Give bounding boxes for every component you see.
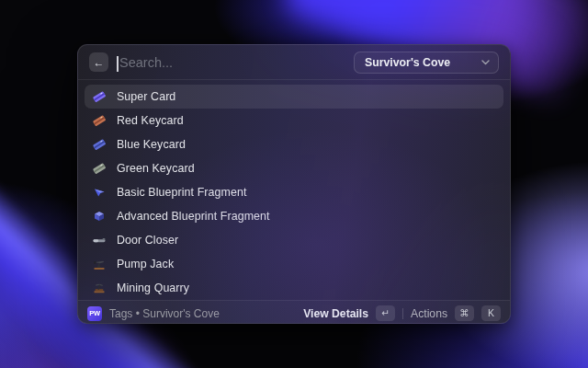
- chevron-down-icon: [481, 60, 490, 65]
- k-key-icon: K: [481, 305, 501, 321]
- text-caret: [117, 56, 119, 72]
- list-item-label: Red Keycard: [117, 114, 184, 127]
- search-bar: ← Survivor's Cove: [78, 45, 510, 80]
- advanced-blueprint-fragment-icon: [92, 209, 107, 224]
- actions-button[interactable]: Actions: [411, 307, 447, 320]
- list-item[interactable]: Mining Quarry: [85, 276, 503, 300]
- list-item-label: Advanced Blueprint Fragment: [117, 210, 270, 223]
- footer-status: Tags • Survivor's Cove: [109, 307, 296, 320]
- list-item[interactable]: Basic Blueprint Fragment: [85, 180, 503, 204]
- list-item[interactable]: Green Keycard: [85, 156, 503, 180]
- door-closer-icon: [92, 233, 107, 247]
- red-keycard-icon: [92, 113, 107, 128]
- list-item-label: Pump Jack: [117, 258, 174, 270]
- list-item[interactable]: Super Card: [85, 85, 503, 109]
- result-list: Super Card Red Keycard Blue Keycard: [78, 80, 510, 300]
- pump-jack-icon: [92, 257, 107, 271]
- footer: PW Tags • Survivor's Cove View Details ↵…: [78, 300, 510, 324]
- enter-key-icon: ↵: [376, 305, 395, 321]
- collection-dropdown[interactable]: Survivor's Cove: [354, 52, 499, 74]
- view-details-button[interactable]: View Details: [303, 307, 368, 320]
- list-item-label: Blue Keycard: [117, 138, 186, 151]
- search-input[interactable]: [117, 55, 345, 70]
- list-item[interactable]: Red Keycard: [85, 109, 503, 132]
- collection-dropdown-value: Survivor's Cove: [365, 56, 469, 69]
- super-card-icon: [92, 89, 107, 104]
- palworld-app-icon: PW: [87, 306, 102, 321]
- green-keycard-icon: [92, 161, 107, 176]
- back-button[interactable]: ←: [89, 52, 108, 72]
- list-item[interactable]: Advanced Blueprint Fragment: [85, 204, 503, 228]
- footer-divider: [402, 308, 403, 319]
- footer-actions: View Details ↵ Actions ⌘ K: [303, 305, 501, 321]
- list-item[interactable]: Pump Jack: [85, 252, 503, 276]
- list-item-label: Green Keycard: [117, 162, 195, 175]
- list-item-label: Door Closer: [117, 234, 178, 247]
- list-item-label: Super Card: [117, 90, 175, 103]
- list-item-label: Basic Blueprint Fragment: [117, 186, 247, 199]
- blue-keycard-icon: [92, 137, 107, 152]
- back-arrow-icon: ←: [94, 57, 105, 68]
- list-item[interactable]: Blue Keycard: [85, 132, 503, 156]
- search-field-wrap: [117, 55, 345, 70]
- command-key-icon: ⌘: [455, 305, 474, 321]
- launcher-window: ← Survivor's Cove Super Card: [77, 44, 511, 324]
- list-item[interactable]: Door Closer: [85, 228, 503, 252]
- mining-quarry-icon: [92, 281, 107, 295]
- basic-blueprint-fragment-icon: [92, 185, 107, 200]
- list-item-label: Mining Quarry: [117, 282, 189, 294]
